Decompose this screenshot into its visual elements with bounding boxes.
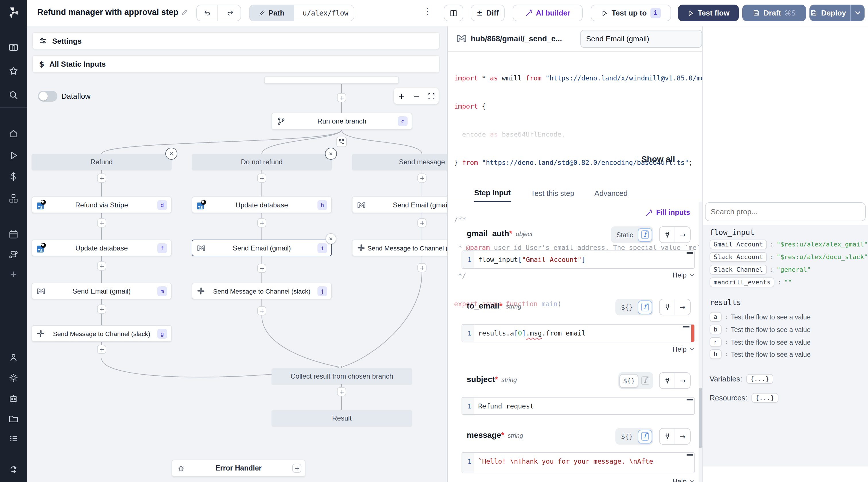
sidebar-item-variables[interactable] <box>9 172 19 181</box>
mode-template[interactable]: ${} <box>617 303 638 311</box>
tab-step-input[interactable]: Step Input <box>474 185 510 202</box>
add-step-button[interactable] <box>417 263 427 272</box>
result-row[interactable]: b:Test the flow to see a value <box>710 324 811 334</box>
add-step-button[interactable] <box>257 173 267 183</box>
plug-icon[interactable] <box>660 433 675 440</box>
prop-row[interactable]: Gmail Account:"$res:u/alex/alex_gmail" <box>710 239 868 249</box>
add-step-button[interactable] <box>97 218 106 227</box>
remove-branch-button[interactable] <box>165 148 177 160</box>
arrow-right-icon[interactable]: → <box>675 227 690 243</box>
flow-node-update-database[interactable]: TS Update database f <box>32 239 172 256</box>
test-flow-button[interactable]: Test flow <box>678 5 739 21</box>
zoom-out-icon[interactable] <box>412 92 420 100</box>
remove-branch-button[interactable] <box>325 148 337 160</box>
add-error-handler-button[interactable] <box>292 463 301 473</box>
sidebar-item-resources[interactable] <box>9 194 19 203</box>
plug-icon[interactable] <box>660 303 675 311</box>
search-prop-input[interactable] <box>705 202 866 221</box>
help-toggle[interactable]: Help <box>637 271 694 279</box>
mode-expression[interactable]: f <box>638 300 652 314</box>
add-step-button[interactable] <box>337 93 346 102</box>
zoom-in-icon[interactable] <box>398 92 405 100</box>
ai-builder-button[interactable]: AI builder <box>513 5 583 21</box>
variables-row[interactable]: Variables:{...} <box>710 374 773 384</box>
error-handler-node[interactable]: Error Handler <box>172 460 305 477</box>
mode-expression[interactable]: f <box>638 429 652 443</box>
sidebar-item-add[interactable] <box>9 270 19 279</box>
sidebar-item-audit-logs[interactable] <box>9 434 19 444</box>
flow-settings-bar[interactable]: Settings <box>32 32 440 49</box>
add-step-button[interactable] <box>337 387 346 396</box>
sidebar-item-schedules[interactable] <box>9 229 19 239</box>
flow-title[interactable]: Refund manager with approval step <box>37 7 188 17</box>
fit-view-icon[interactable] <box>427 92 435 100</box>
draft-button[interactable]: Draft ⌘S <box>742 5 806 21</box>
sidebar-item-switch-workspace[interactable] <box>9 465 19 475</box>
prop-row[interactable]: Slack Channel:"general" <box>710 265 811 275</box>
scrollbar[interactable] <box>699 202 702 482</box>
tab-advanced[interactable]: Advanced <box>594 185 628 202</box>
arrow-right-icon[interactable]: → <box>675 299 690 315</box>
flow-node-send-slack-message[interactable]: Send Message to Channel (slack) j <box>192 283 332 299</box>
add-step-button[interactable] <box>257 306 267 315</box>
add-branch-button[interactable] <box>336 137 347 147</box>
mode-template[interactable]: ${} <box>619 374 639 388</box>
prop-row[interactable]: mandrill_events:"" <box>710 278 792 287</box>
result-row[interactable]: a:Test the flow to see a value <box>710 312 811 322</box>
sidebar-item-apps[interactable] <box>9 42 19 52</box>
run-one-branch-node[interactable]: Run one branch c <box>272 113 412 130</box>
add-step-button[interactable] <box>257 218 267 227</box>
sidebar-item-folders[interactable] <box>9 414 19 423</box>
flow-node-refund-via-stripe[interactable]: TS Refund via Stripe d <box>32 197 172 213</box>
sidebar-item-runs[interactable] <box>9 150 19 160</box>
add-step-button[interactable] <box>97 173 106 183</box>
flow-node-send-email-selected[interactable]: Send Email (gmail) i <box>192 239 332 256</box>
step-summary-input[interactable] <box>580 30 702 48</box>
more-menu-icon[interactable]: ⋮ <box>423 6 432 17</box>
sidebar-item-search[interactable] <box>9 90 19 100</box>
plug-icon[interactable] <box>660 231 675 238</box>
add-step-button[interactable] <box>97 305 106 314</box>
editor-to-email[interactable]: 1 results.a[0].msg.from_email <box>462 324 694 342</box>
test-up-to-button[interactable]: Test up to i <box>591 5 671 21</box>
arrow-right-icon[interactable]: → <box>675 429 690 444</box>
flow-node-update-database[interactable]: TS Update database h <box>192 197 332 213</box>
editor-gmail-auth[interactable]: 1 flow_input["Gmail Account"] <box>462 251 694 269</box>
deploy-dropdown[interactable] <box>850 5 865 21</box>
windmill-logo-icon[interactable] <box>6 6 20 20</box>
branch-header-refund[interactable]: Refund <box>32 154 172 170</box>
editor-subject[interactable]: 1 Refund request <box>462 397 694 415</box>
docs-button[interactable] <box>444 5 463 21</box>
diff-button[interactable]: ± Diff <box>471 5 505 21</box>
branch-header-send-message[interactable]: Send message <box>352 154 447 170</box>
plug-icon[interactable] <box>660 377 675 384</box>
arrow-right-icon[interactable]: → <box>675 373 690 388</box>
result-row[interactable]: r:Test the flow to see a value <box>710 337 811 347</box>
path-control[interactable]: Path u/alex/flow <box>249 5 354 21</box>
result-node[interactable]: Result <box>272 410 412 426</box>
branch-header-do-not-refund[interactable]: Do not refund <box>192 154 332 170</box>
flow-node-send-email[interactable]: Send Email (gmail) <box>352 197 447 213</box>
mode-static[interactable]: Static <box>612 231 638 238</box>
delete-step-button[interactable] <box>326 233 336 244</box>
sidebar-item-account[interactable] <box>9 353 19 363</box>
add-step-button[interactable] <box>417 173 427 183</box>
mode-expression[interactable]: f <box>638 228 652 242</box>
sidebar-item-home[interactable] <box>9 129 19 138</box>
collect-result-node[interactable]: Collect result from chosen branch <box>272 368 412 384</box>
deploy-button[interactable]: Deploy <box>809 5 865 21</box>
flow-node-send-slack-message[interactable]: Send Message to Channel (slack) <box>352 239 447 256</box>
help-toggle[interactable]: Help <box>637 477 694 482</box>
help-toggle[interactable]: Help <box>637 345 694 353</box>
editor-message[interactable]: 1 `Hello! \nThank you for your message. … <box>462 452 694 473</box>
undo-button[interactable] <box>197 5 217 21</box>
sidebar-item-workers[interactable] <box>9 394 19 403</box>
tab-test-this-step[interactable]: Test this step <box>531 185 575 202</box>
fill-inputs-button[interactable]: Fill inputs <box>645 208 690 217</box>
add-step-button[interactable] <box>257 264 267 273</box>
sidebar-item-favorites[interactable] <box>9 66 19 76</box>
flow-input-node-partial[interactable] <box>264 77 399 84</box>
sidebar-item-settings[interactable] <box>9 373 19 382</box>
redo-button[interactable] <box>221 5 241 21</box>
dataflow-toggle[interactable] <box>38 91 57 102</box>
